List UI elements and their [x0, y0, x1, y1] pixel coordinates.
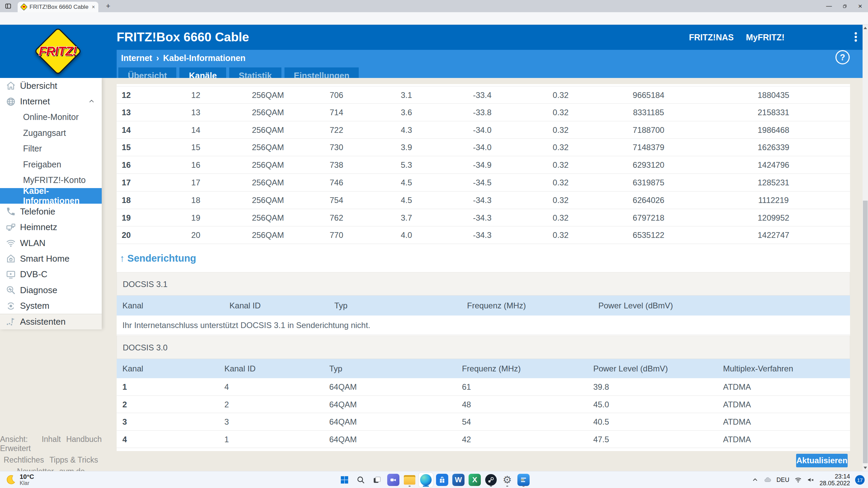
onedrive-cloud-icon[interactable] [764, 476, 771, 484]
footer-link-rechtliches[interactable]: Rechtliches [4, 455, 44, 465]
sidebar-item-label: Assistenten [20, 317, 65, 327]
footer-link-handbuch[interactable]: Handbuch [66, 435, 102, 453]
settings-icon[interactable]: ⚙ [500, 473, 514, 487]
help-icon[interactable]: ? [835, 50, 850, 64]
tray-chevron-up-icon[interactable] [751, 476, 759, 484]
new-tab-button[interactable]: + [103, 1, 113, 11]
clock[interactable]: 23:14 28.05.2022 [820, 473, 850, 487]
footer-link-tipps-tricks[interactable]: Tipps & Tricks [50, 455, 98, 465]
cell: 1112219 [697, 191, 850, 209]
tab-close-icon[interactable]: × [92, 4, 95, 10]
notification-badge[interactable]: 17 [855, 475, 865, 485]
table-row: 1515256QAM7303.9-34.00.3271483791626339 [117, 139, 850, 156]
sidebar-item-dvb-c[interactable]: DVB-C [0, 267, 102, 282]
sidebar-item-assistenten[interactable]: Assistenten [0, 314, 102, 329]
weather-temp: 10°C [20, 473, 34, 480]
sidebar-item-diagnose[interactable]: Diagnose [0, 282, 102, 298]
cell: 54 [456, 413, 587, 430]
column-header-frequenz-mhz: Frequenz (MHz) [461, 296, 593, 316]
cell: 16 [159, 156, 232, 174]
cell: 0.32 [521, 86, 600, 103]
tray-wifi-icon[interactable] [794, 476, 802, 484]
taskbar: 10°C Klar WX⚙ DEU 23:14 28.05.2022 17 [0, 471, 868, 488]
sidebar-item-online-monitor[interactable]: Online-Monitor [0, 109, 102, 125]
sidebar-item-system[interactable]: System [0, 298, 102, 313]
sidebar-item-wlan[interactable]: WLAN [0, 235, 102, 251]
taskview-icon[interactable] [370, 473, 384, 487]
tab-actions-icon[interactable] [4, 2, 12, 10]
cell: 0.32 [521, 191, 600, 209]
docsis30-label: DOCSIS 3.0 [117, 336, 850, 359]
sidebar-item-smart-home[interactable]: Smart Home [0, 251, 102, 266]
explorer-icon[interactable] [402, 473, 417, 487]
cell: 256QAM [232, 139, 303, 156]
breadcrumb-section[interactable]: Internet [121, 53, 152, 63]
scroll-up-icon[interactable] [864, 27, 867, 29]
sidebar-item-label: Online-Monitor [23, 112, 79, 122]
scroll-down-icon[interactable] [864, 467, 867, 469]
cell: 1 [219, 431, 323, 448]
myfritz-link[interactable]: MyFRITZ! [746, 25, 785, 50]
browser-tab[interactable]: FRITZ!Box 6660 Cable × [18, 2, 98, 12]
cell: 4 [117, 431, 219, 448]
sidebar-item-bersicht[interactable]: Übersicht [0, 78, 102, 94]
fritznas-link[interactable]: FRITZ!NAS [689, 25, 734, 50]
excel-icon[interactable]: X [468, 473, 482, 487]
weather-desc: Klar [20, 480, 34, 486]
sidebar-item-telefonie[interactable]: Telefonie [0, 204, 102, 219]
word-icon[interactable]: W [451, 473, 466, 487]
window-restore-button[interactable] [837, 0, 852, 12]
footer-link-inhalt[interactable]: Inhalt [42, 435, 61, 453]
cell: -34.0 [443, 121, 521, 139]
language-indicator[interactable]: DEU [776, 476, 789, 484]
sidebar-item-heimnetz[interactable]: Heimnetz [0, 220, 102, 235]
cell: 42 [456, 431, 587, 448]
sidebar-item-filter[interactable]: Filter [0, 141, 102, 157]
cell: 14 [117, 121, 159, 139]
diagnose-icon [6, 285, 16, 295]
cell: 8331185 [600, 104, 697, 121]
scrollbar-thumb[interactable] [863, 201, 868, 463]
sidebar-item-label: DVB-C [20, 269, 47, 280]
scrollbar[interactable] [863, 25, 868, 471]
panel-icon[interactable] [516, 473, 531, 487]
table-row: 1313256QAM7143.6-33.80.3283311852158331 [117, 104, 850, 121]
column-header-power-level-dbmv: Power Level (dBmV) [593, 296, 850, 316]
window-close-button[interactable]: × [852, 0, 868, 12]
store-icon[interactable] [435, 473, 449, 487]
edge-icon[interactable] [419, 473, 433, 487]
sidebar-item-zugangsart[interactable]: Zugangsart [0, 125, 102, 141]
volume-muted-icon[interactable] [807, 476, 814, 484]
cell: 19 [117, 209, 159, 226]
docsis31-section: DOCSIS 3.1 KanalKanal IDTypFrequenz (MHz… [117, 272, 850, 335]
update-button[interactable]: Aktualisieren [796, 454, 848, 467]
cell: 738 [303, 156, 369, 174]
tray-time: 23:14 [820, 473, 850, 480]
steam-icon[interactable] [484, 473, 498, 487]
table-row: 1818256QAM7544.5-34.30.3262640261112219 [117, 191, 850, 209]
sidebar-item-myfritz-konto[interactable]: MyFRITZ!-Konto [0, 172, 102, 188]
weather-widget[interactable]: 10°C Klar [5, 473, 34, 486]
chat-icon[interactable] [386, 473, 400, 487]
cell: 16 [117, 156, 159, 174]
footer-link-ansicht-erweitert[interactable]: Ansicht: Erweitert [0, 435, 36, 453]
screen: FRITZ!Box 6660 Cable × + — × ⚠ Nicht sic… [0, 0, 868, 488]
globe-icon [6, 97, 16, 107]
window-minimize-button[interactable]: — [821, 0, 837, 12]
search-icon[interactable] [354, 473, 368, 487]
active-indicator [423, 486, 429, 487]
kebab-menu-icon[interactable] [850, 31, 862, 44]
sidebar-item-kabel-informationen[interactable]: Kabel-Informationen [0, 188, 102, 204]
docsis31-label: DOCSIS 3.1 [117, 272, 850, 296]
cell: 20 [117, 226, 159, 244]
sidebar-item-internet[interactable]: Internet [0, 94, 102, 109]
cell: 730 [303, 139, 369, 156]
cell: 9665184 [600, 86, 697, 103]
start-icon[interactable] [337, 473, 352, 487]
sidebar-item-freigaben[interactable]: Freigaben [0, 157, 102, 172]
cell: 0.32 [521, 156, 600, 174]
senderichtung-heading[interactable]: ↑ Senderichtung [120, 253, 196, 264]
cell: 4.0 [370, 226, 443, 244]
cell: 0.32 [521, 121, 600, 139]
cell: 6797218 [600, 209, 697, 226]
